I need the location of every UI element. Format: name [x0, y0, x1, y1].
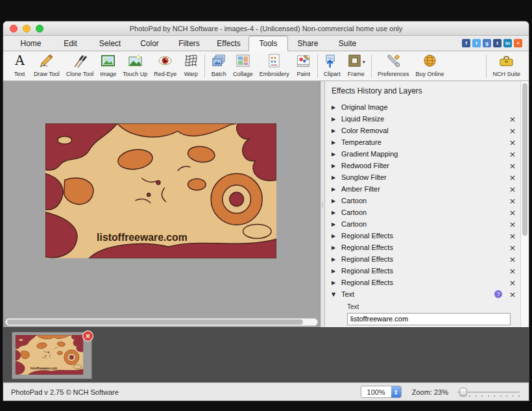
- expand-triangle-icon[interactable]: ▶: [332, 151, 341, 157]
- image-thumbnail[interactable]: ×: [12, 332, 91, 379]
- expand-triangle-icon[interactable]: ▶: [332, 268, 341, 274]
- tool-paint-button[interactable]: Paint: [293, 53, 315, 80]
- google-plus-icon[interactable]: g: [483, 39, 491, 47]
- tool-batch-button[interactable]: Batch: [208, 53, 230, 80]
- tab-suite[interactable]: Suite: [328, 36, 367, 51]
- tool-red-eye-button[interactable]: Red-Eye: [151, 53, 180, 80]
- zoom-stepper[interactable]: ▲▼: [391, 386, 401, 397]
- tool-buy-online-button[interactable]: Buy Online: [412, 53, 447, 80]
- linkedin-icon[interactable]: in: [503, 39, 512, 47]
- tool-clipart-button[interactable]: Clipart: [320, 53, 344, 80]
- tab-home[interactable]: Home: [11, 36, 51, 51]
- remove-effect-icon[interactable]: ×: [507, 126, 518, 136]
- remove-effect-icon[interactable]: ×: [507, 161, 518, 171]
- expand-triangle-icon[interactable]: ▶: [332, 128, 341, 134]
- tab-share[interactable]: Share: [288, 36, 328, 51]
- facebook-icon[interactable]: f: [462, 39, 470, 47]
- help-icon[interactable]: ?: [494, 290, 502, 298]
- expand-triangle-icon[interactable]: ▶: [332, 210, 341, 216]
- expand-triangle-icon[interactable]: ▶: [332, 245, 341, 251]
- tab-color[interactable]: Color: [130, 36, 169, 51]
- remove-effect-icon[interactable]: ×: [507, 149, 518, 159]
- effect-item-regional-effects[interactable]: ▶Regional Effects×: [332, 277, 518, 288]
- remove-effect-icon[interactable]: ×: [507, 219, 518, 229]
- expand-triangle-icon[interactable]: ▶: [332, 105, 341, 110]
- remove-effect-icon[interactable]: ×: [507, 243, 518, 253]
- expand-triangle-icon[interactable]: ▶: [332, 198, 341, 204]
- tool-frame-button[interactable]: ▾Frame: [344, 53, 369, 80]
- panel-splitter[interactable]: ⋮: [320, 81, 325, 327]
- tab-tools[interactable]: Tools: [248, 36, 288, 51]
- effect-item-sunglow-filter[interactable]: ▶Sunglow Filter×: [332, 171, 518, 183]
- tab-effects[interactable]: Effects: [209, 36, 248, 51]
- panel-scrollbar[interactable]: [520, 81, 529, 327]
- share-icon[interactable]: +: [514, 39, 522, 47]
- effect-item-regional-effects[interactable]: ▶Regional Effects×: [332, 265, 518, 277]
- slider-knob[interactable]: [459, 388, 467, 396]
- twitter-icon[interactable]: t: [472, 39, 481, 47]
- zoom-select[interactable]: 100% ▲▼: [361, 386, 402, 398]
- expand-triangle-icon[interactable]: ▶: [332, 233, 341, 239]
- tool-draw-tool-button[interactable]: Draw Tool: [30, 53, 63, 80]
- title-bar[interactable]: PhotoPad by NCH Software - images-4 - (U…: [3, 21, 529, 36]
- effect-item-redwood-filter[interactable]: ▶Redwood Filter×: [332, 160, 518, 171]
- effect-item-cartoon[interactable]: ▶Cartoon×: [332, 218, 518, 230]
- text-effect-input[interactable]: [347, 313, 511, 325]
- effect-item-regional-effects[interactable]: ▶Regional Effects×: [332, 230, 518, 242]
- tool-collage-button[interactable]: Collage: [230, 53, 256, 80]
- tool-text-button[interactable]: AText: [8, 53, 30, 80]
- splitter-grip-icon[interactable]: ⋮: [320, 203, 326, 205]
- effect-item-cartoon[interactable]: ▶Cartoon×: [332, 206, 518, 218]
- panel-scrollbar-thumb[interactable]: [522, 83, 527, 236]
- canvas-area[interactable]: [3, 81, 320, 327]
- effect-item-text[interactable]: ▼Text?×: [332, 288, 518, 300]
- zoom-window-button[interactable]: [36, 25, 43, 32]
- remove-effect-icon[interactable]: ×: [507, 255, 518, 264]
- expand-triangle-icon[interactable]: ▶: [332, 221, 341, 227]
- horizontal-scrollbar-thumb[interactable]: [7, 319, 303, 325]
- remove-effect-icon[interactable]: ×: [507, 138, 518, 147]
- effect-item-amber-filter[interactable]: ▶Amber Filter×: [332, 183, 518, 195]
- effect-item-color-removal[interactable]: ▶Color Removal×: [332, 125, 518, 136]
- remove-effect-icon[interactable]: ×: [507, 173, 518, 182]
- close-image-icon[interactable]: ×: [83, 331, 93, 341]
- effect-item-regional-effects[interactable]: ▶Regional Effects×: [332, 242, 518, 253]
- effect-item-original-image[interactable]: ▶Original Image: [332, 101, 518, 113]
- tab-edit[interactable]: Edit: [51, 36, 90, 51]
- edited-image[interactable]: [45, 123, 276, 259]
- tool-clone-tool-button[interactable]: Clone Tool: [63, 53, 97, 80]
- tool-preferences-button[interactable]: Preferences: [374, 53, 413, 80]
- close-window-button[interactable]: [10, 25, 18, 32]
- expand-triangle-icon[interactable]: ▶: [332, 280, 341, 286]
- zoom-slider[interactable]: [456, 387, 521, 397]
- effect-item-temperature[interactable]: ▶Temperature×: [332, 136, 518, 148]
- tool-embroidery-button[interactable]: Embroidery: [256, 53, 293, 80]
- tool-image-button[interactable]: Image: [97, 53, 119, 80]
- remove-effect-icon[interactable]: ×: [507, 114, 518, 124]
- expand-triangle-icon[interactable]: ▶: [332, 186, 341, 192]
- remove-effect-icon[interactable]: ×: [507, 290, 518, 299]
- tool-warp-button[interactable]: Warp: [180, 53, 202, 80]
- expand-triangle-icon[interactable]: ▶: [332, 140, 341, 145]
- effect-item-cartoon[interactable]: ▶Cartoon×: [332, 195, 518, 206]
- effect-item-liquid-resize[interactable]: ▶Liquid Resize×: [332, 113, 518, 125]
- expand-triangle-icon[interactable]: ▶: [332, 175, 341, 181]
- remove-effect-icon[interactable]: ×: [507, 266, 518, 276]
- effect-item-gradient-mapping[interactable]: ▶Gradient Mapping×: [332, 148, 518, 160]
- expand-triangle-icon[interactable]: ▶: [332, 256, 341, 262]
- expand-triangle-icon[interactable]: ▶: [332, 163, 341, 169]
- tab-select[interactable]: Select: [90, 36, 130, 51]
- canvas-horizontal-scrollbar[interactable]: [5, 318, 318, 326]
- tumblr-icon[interactable]: t: [493, 39, 502, 47]
- expand-triangle-icon[interactable]: ▶: [332, 116, 341, 122]
- remove-effect-icon[interactable]: ×: [507, 278, 518, 288]
- remove-effect-icon[interactable]: ×: [507, 208, 518, 218]
- tool-touch-up-button[interactable]: Touch Up: [119, 53, 151, 80]
- collapse-triangle-icon[interactable]: ▼: [332, 292, 341, 297]
- tab-filters[interactable]: Filters: [169, 36, 209, 51]
- remove-effect-icon[interactable]: ×: [507, 231, 518, 241]
- dropdown-caret-icon[interactable]: ▾: [363, 59, 365, 65]
- effect-item-regional-effects[interactable]: ▶Regional Effects×: [332, 253, 518, 265]
- minimize-window-button[interactable]: [23, 25, 30, 32]
- tool-nch-suite-button[interactable]: NCH Suite: [489, 53, 524, 80]
